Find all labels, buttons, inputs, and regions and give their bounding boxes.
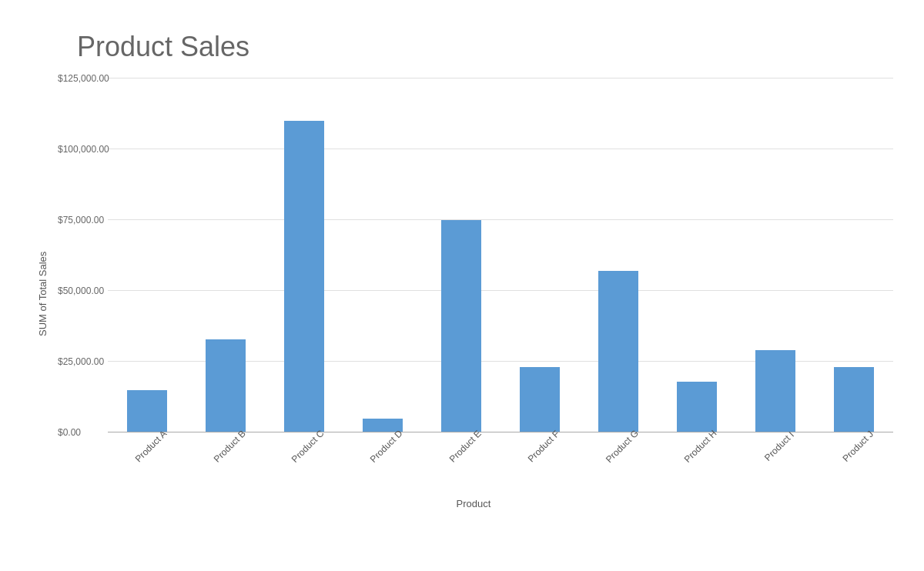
bar bbox=[206, 339, 246, 432]
bars-container bbox=[108, 78, 893, 432]
bar-group bbox=[108, 78, 186, 432]
x-label-text: Product E bbox=[447, 428, 483, 464]
chart-title: Product Sales bbox=[77, 31, 893, 63]
x-label-text: Product I bbox=[762, 429, 796, 463]
bar bbox=[834, 367, 874, 432]
x-label-item: Product J bbox=[815, 439, 893, 453]
x-axis-baseline bbox=[108, 432, 893, 432]
chart-area: SUM of Total Sales $125,000.00$100,000.0… bbox=[31, 78, 893, 509]
x-label-item: Product C bbox=[265, 439, 343, 453]
bar-group bbox=[736, 78, 815, 432]
bar-group bbox=[500, 78, 579, 432]
bar bbox=[520, 367, 560, 432]
bar-group bbox=[343, 78, 422, 432]
x-label-item: Product G bbox=[579, 439, 658, 453]
bar bbox=[677, 382, 717, 432]
plot-area: $125,000.00$100,000.00$75,000.00$50,000.… bbox=[62, 78, 893, 432]
x-label-text: Product A bbox=[133, 429, 169, 465]
bar bbox=[441, 220, 481, 432]
x-label-item: Product A bbox=[108, 439, 186, 453]
bar bbox=[284, 121, 324, 432]
chart-inner: $125,000.00$100,000.00$75,000.00$50,000.… bbox=[54, 78, 893, 509]
x-label-item: Product I bbox=[736, 439, 815, 453]
y-tick-label: $50,000.00 bbox=[58, 286, 104, 296]
x-label-item: Product B bbox=[186, 439, 265, 453]
x-label-text: Product J bbox=[840, 429, 875, 464]
bar-group bbox=[579, 78, 658, 432]
x-label-item: Product H bbox=[658, 439, 736, 453]
y-tick-label: $100,000.00 bbox=[58, 144, 109, 155]
x-label-text: Product B bbox=[211, 428, 247, 464]
x-label-text: Product F bbox=[526, 429, 562, 465]
x-label-text: Product D bbox=[368, 428, 405, 465]
x-label-item: Product E bbox=[422, 439, 500, 453]
x-label-text: Product C bbox=[290, 428, 326, 465]
x-label-text: Product G bbox=[604, 428, 641, 465]
y-tick-label: $0.00 bbox=[58, 427, 81, 438]
bar-group bbox=[815, 78, 893, 432]
y-tick-label: $75,000.00 bbox=[58, 215, 104, 225]
x-label-text: Product H bbox=[682, 428, 719, 465]
y-axis-label: SUM of Total Sales bbox=[31, 78, 54, 509]
y-tick-label: $25,000.00 bbox=[58, 356, 104, 367]
bar-group bbox=[186, 78, 265, 432]
bar bbox=[598, 271, 638, 432]
y-tick-label: $125,000.00 bbox=[58, 73, 109, 84]
x-axis-labels: Product AProduct BProduct CProduct DProd… bbox=[108, 432, 893, 494]
bar-group bbox=[422, 78, 500, 432]
x-axis-title: Product bbox=[54, 498, 893, 509]
x-label-item: Product F bbox=[500, 439, 579, 453]
bar-group bbox=[658, 78, 736, 432]
bar-group bbox=[265, 78, 343, 432]
bar bbox=[755, 350, 795, 432]
chart-container: Product Sales SUM of Total Sales $125,00… bbox=[0, 0, 924, 571]
bar bbox=[127, 390, 167, 432]
x-label-item: Product D bbox=[343, 439, 422, 453]
